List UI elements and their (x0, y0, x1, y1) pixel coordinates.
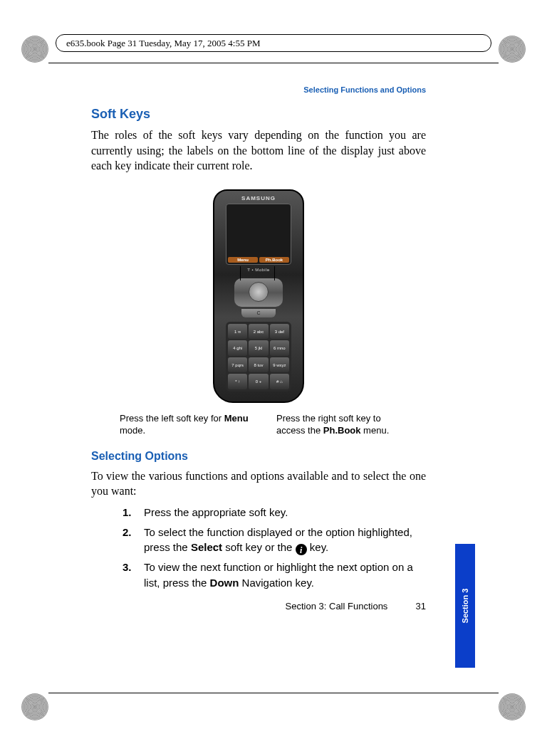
phone-figure: SAMSUNG Menu Ph.Book T • Mobile C 1 ∞ 2 … (91, 189, 426, 403)
ok-key-icon: i (296, 544, 307, 555)
key-9: 9 wxyz (270, 357, 289, 373)
step-2: 2. To select the function displayed or t… (123, 525, 426, 556)
key-1: 1 ∞ (228, 324, 247, 340)
step-3-text: To view the next function or highlight t… (144, 560, 426, 591)
softkey-left-label: Menu (228, 257, 258, 263)
bottom-rule (48, 693, 499, 693)
caption-left-text-c: mode. (120, 425, 145, 436)
step-1-num: 1. (123, 505, 137, 520)
nav-center-key (249, 282, 269, 302)
step-3: 3. To view the next function or highligh… (123, 560, 426, 591)
caption-right: Press the right soft key to access the P… (276, 413, 412, 437)
caption-right-text-c: menu. (361, 425, 390, 436)
section-tab-label: Section 3 (461, 589, 469, 624)
header-meta: e635.book Page 31 Tuesday, May 17, 2005 … (56, 34, 491, 52)
step-2-d: key. (307, 541, 329, 553)
para-selecting: To view the various functions and option… (91, 468, 426, 499)
key-4: 4 ghi (228, 340, 247, 356)
steps-list: 1. Press the appropriate soft key. 2. To… (123, 505, 426, 591)
page-content: Selecting Functions and Options Soft Key… (91, 85, 426, 611)
footer: Section 3: Call Functions 31 (91, 601, 426, 611)
step-2-num: 2. (123, 525, 137, 556)
header-meta-text: e635.book Page 31 Tuesday, May 17, 2005 … (66, 38, 261, 49)
footer-page-number: 31 (390, 601, 426, 611)
crop-mark-icon (499, 36, 526, 63)
key-hash: # ⌂ (270, 374, 289, 389)
clear-key: C (241, 309, 276, 317)
key-5: 5 jkl (249, 340, 268, 356)
keypad: 1 ∞ 2 abc 3 def 4 ghi 5 jkl 6 mno 7 pqrs… (226, 322, 291, 392)
step-3-c: Navigation key. (239, 577, 314, 589)
step-1: 1. Press the appropriate soft key. (123, 505, 426, 520)
key-0: 0 + (249, 374, 268, 389)
step-2-b: Select (191, 541, 222, 553)
caption-left-bold: Menu (224, 413, 249, 424)
heading-soft-keys: Soft Keys (91, 107, 426, 122)
key-8: 8 tuv (249, 357, 268, 373)
phone-screen: Menu Ph.Book (226, 204, 291, 265)
para-soft-keys: The roles of the soft keys vary dependin… (91, 127, 426, 174)
carrier-label: T • Mobile (213, 268, 304, 272)
leader-line (240, 266, 241, 280)
crop-mark-icon (499, 693, 526, 720)
key-3: 3 def (270, 324, 289, 340)
key-7: 7 pqrs (228, 357, 247, 373)
crop-mark-icon (21, 36, 48, 63)
key-star: * ↑ (228, 374, 247, 389)
key-6: 6 mno (270, 340, 289, 356)
key-2: 2 abc (249, 324, 268, 340)
caption-right-bold: Ph.Book (323, 425, 361, 436)
heading-selecting-options: Selecting Options (91, 450, 426, 463)
softkey-right-label: Ph.Book (259, 257, 289, 263)
footer-section: Section 3: Call Functions (286, 601, 388, 611)
phone-brand: SAMSUNG (213, 195, 304, 201)
softkey-row: Menu Ph.Book (228, 257, 289, 263)
step-2-text: To select the function displayed or the … (144, 525, 426, 556)
figure-captions: Press the left soft key for Menu mode. P… (120, 413, 426, 437)
step-3-b: Down (210, 577, 239, 589)
top-rule (48, 63, 499, 63)
section-tab: Section 3 (455, 544, 475, 668)
step-3-num: 3. (123, 560, 137, 591)
step-1-text: Press the appropriate soft key. (144, 505, 288, 520)
crop-mark-icon (21, 693, 48, 720)
caption-left-text-a: Press the left soft key for (120, 413, 224, 424)
leader-line (274, 266, 275, 280)
caption-left: Press the left soft key for Menu mode. (120, 413, 255, 437)
step-2-c: soft key or the (222, 541, 296, 553)
running-head: Selecting Functions and Options (91, 85, 426, 94)
phone-illustration: SAMSUNG Menu Ph.Book T • Mobile C 1 ∞ 2 … (213, 189, 304, 403)
